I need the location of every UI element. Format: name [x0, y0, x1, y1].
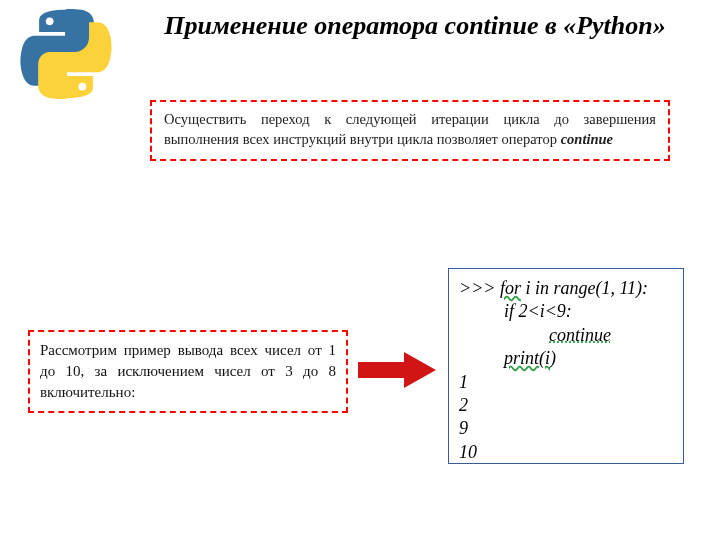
code-l4-pad [459, 348, 504, 368]
page-title: Применение оператора continue в «Python» [150, 10, 680, 43]
example-intro-box: Рассмотрим пример вывода всех чисел от 1… [28, 330, 348, 413]
arrow-icon [358, 352, 436, 388]
code-out2: 2 [459, 395, 468, 415]
code-prompt: >>> [459, 278, 500, 298]
python-logo-icon [18, 6, 114, 102]
code-l3-pad [459, 325, 549, 345]
code-kw-continue: continue [549, 325, 611, 345]
code-l2: if 2<i<9: [459, 301, 572, 321]
code-l4-end: ) [550, 348, 556, 368]
definition-box: Осуществить переход к следующей итерации… [150, 100, 670, 161]
code-kw-print: print(i [504, 348, 550, 368]
svg-point-1 [78, 83, 86, 91]
continue-keyword: continue [561, 131, 613, 147]
code-kw-for: for [500, 278, 521, 298]
code-out4: 10 [459, 442, 477, 462]
svg-marker-2 [358, 352, 436, 388]
code-out1: 1 [459, 372, 468, 392]
code-out3: 9 [459, 418, 468, 438]
svg-point-0 [46, 18, 54, 26]
code-l1-rest: i in range(1, 11): [521, 278, 648, 298]
code-block: >>> for i in range(1, 11): if 2<i<9: con… [448, 268, 684, 464]
